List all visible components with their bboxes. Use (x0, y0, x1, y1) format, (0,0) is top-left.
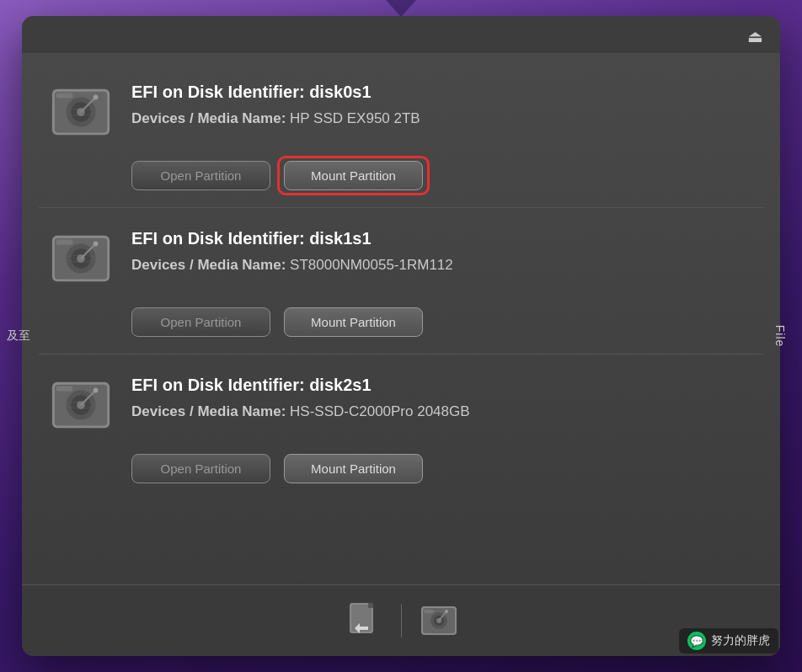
partition-subtitle-1: Devices / Media Name: ST8000NM0055-1RM11… (131, 257, 453, 274)
button-row-1: Open Partition Mount Partition (47, 307, 755, 337)
disk-icon-0 (47, 78, 115, 146)
open-partition-button-1[interactable]: Open Partition (131, 307, 270, 337)
svg-rect-17 (56, 246, 69, 249)
partition-title-0: EFI on Disk Identifier: disk0s1 (131, 83, 420, 102)
top-bar: ⏏ (22, 16, 780, 53)
watermark-text: 努力的胖虎 (711, 633, 770, 648)
partition-text-1: EFI on Disk Identifier: disk1s1 Devices … (131, 225, 453, 274)
partition-title-1: EFI on Disk Identifier: disk1s1 (131, 229, 453, 248)
partition-subtitle-0: Devices / Media Name: HP SSD EX950 2TB (131, 110, 420, 127)
app-window: ⏏ (22, 16, 780, 656)
subtitle-label-2: Devices / Media Name: (131, 403, 286, 419)
svg-rect-26 (56, 387, 73, 392)
partition-info-0: EFI on Disk Identifier: disk0s1 Devices … (47, 78, 755, 146)
svg-point-41 (445, 610, 448, 613)
side-label: File (773, 325, 787, 348)
open-partition-button-0[interactable]: Open Partition (131, 161, 270, 190)
subtitle-value-2: HS-SSD-C2000Pro 2048GB (290, 403, 470, 419)
left-partial-text: 及至 (7, 328, 30, 344)
open-partition-button-2[interactable]: Open Partition (131, 454, 270, 483)
svg-point-29 (94, 388, 99, 393)
partition-info-1: EFI on Disk Identifier: disk1s1 Devices … (47, 225, 755, 292)
partition-info-2: EFI on Disk Identifier: disk2s1 Devices … (47, 371, 755, 439)
svg-rect-33 (368, 603, 373, 608)
highlight-box-0: Mount Partition (284, 161, 423, 190)
partition-row-disk1s1: EFI on Disk Identifier: disk1s1 Devices … (39, 208, 763, 355)
wechat-icon: 💬 (687, 632, 706, 650)
partition-row-disk2s1: EFI on Disk Identifier: disk2s1 Devices … (39, 355, 763, 500)
subtitle-label-1: Devices / Media Name: (131, 257, 286, 273)
subtitle-value-1: ST8000NM0055-1RM112 (290, 257, 453, 273)
file-svg-icon (343, 600, 385, 642)
partition-title-2: EFI on Disk Identifier: disk2s1 (131, 376, 470, 395)
dock-file-icon[interactable] (340, 597, 388, 644)
disk-svg-2 (48, 372, 114, 438)
svg-rect-16 (56, 240, 73, 245)
partition-text-0: EFI on Disk Identifier: disk0s1 Devices … (131, 78, 420, 127)
disk-svg-1 (48, 226, 114, 291)
top-arrow-decoration (386, 0, 416, 17)
mount-partition-button-0[interactable]: Mount Partition (284, 161, 423, 190)
partition-subtitle-2: Devices / Media Name: HS-SSD-C2000Pro 20… (131, 403, 470, 420)
eject-icon[interactable]: ⏏ (747, 26, 763, 46)
button-row-0: Open Partition Mount Partition (47, 161, 755, 190)
disk-icon-2 (47, 371, 115, 439)
svg-point-19 (94, 242, 99, 247)
svg-rect-7 (56, 99, 69, 103)
dock-disk-icon[interactable] (415, 597, 462, 644)
subtitle-label-0: Devices / Media Name: (131, 110, 286, 126)
dock-divider (401, 604, 402, 637)
content-area: EFI on Disk Identifier: disk0s1 Devices … (22, 53, 780, 584)
svg-rect-6 (56, 93, 73, 99)
svg-rect-27 (56, 392, 69, 396)
disk-dock-svg-icon (418, 600, 460, 642)
partition-text-2: EFI on Disk Identifier: disk2s1 Devices … (131, 371, 470, 420)
mount-partition-button-1[interactable]: Mount Partition (284, 307, 423, 337)
disk-svg-0 (48, 79, 114, 145)
mount-partition-button-2[interactable]: Mount Partition (284, 454, 423, 483)
watermark: 💬 努力的胖虎 (679, 628, 778, 653)
disk-icon-1 (47, 225, 115, 292)
dock-area (22, 584, 780, 656)
subtitle-value-0: HP SSD EX950 2TB (290, 110, 420, 126)
button-row-2: Open Partition Mount Partition (47, 454, 755, 483)
svg-rect-42 (424, 610, 434, 613)
svg-rect-43 (424, 615, 431, 617)
partition-row-disk0s1: EFI on Disk Identifier: disk0s1 Devices … (39, 61, 763, 208)
svg-point-9 (94, 95, 99, 100)
